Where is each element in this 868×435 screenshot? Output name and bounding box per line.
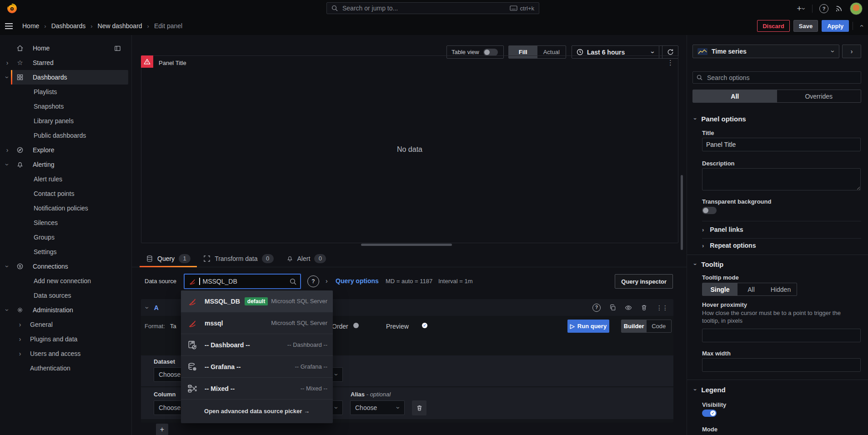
datasource-option-dashboard[interactable]: -- Dashboard -- -- Dashboard -- [181, 334, 333, 356]
tab-overrides[interactable]: Overrides [777, 90, 861, 102]
sidebar-item-data-sources[interactable]: Data sources [0, 288, 131, 303]
sidebar-item-general[interactable]: ›General [0, 317, 131, 332]
hover-proximity-input[interactable] [702, 329, 861, 342]
sidebar-item-notification-policies[interactable]: Notification policies [0, 201, 131, 215]
sidebar-item-alerting[interactable]: › Alerting [0, 157, 131, 172]
delete-query-icon[interactable] [641, 304, 647, 311]
sidebar-item-administration[interactable]: › Administration [0, 303, 131, 317]
dock-navigation-icon[interactable] [114, 45, 121, 52]
datasource-option-grafana[interactable]: -- Grafana -- -- Grafana -- [181, 356, 333, 378]
duplicate-query-icon[interactable] [609, 304, 616, 311]
breadcrumb-home[interactable]: Home [22, 22, 39, 30]
panel-title-input[interactable] [702, 138, 861, 151]
collapse-header-icon[interactable]: › [858, 25, 865, 27]
format-value[interactable]: Ta [170, 323, 176, 330]
panel-options-header[interactable]: › Panel options [694, 115, 746, 123]
builder-option[interactable]: Builder [622, 320, 647, 332]
tab-alert[interactable]: Alert 0 [280, 250, 333, 267]
chevron-right-icon[interactable]: › [4, 147, 11, 153]
save-button[interactable]: Save [793, 20, 818, 32]
drag-handle-icon[interactable]: ⋮⋮ [656, 304, 668, 311]
mode-single[interactable]: Single [702, 283, 738, 295]
discard-button[interactable]: Discard [757, 20, 790, 32]
sidebar-item-settings[interactable]: Settings [0, 245, 131, 259]
menu-toggle-icon[interactable] [5, 23, 13, 30]
tab-transform-data[interactable]: Transform data 0 [197, 250, 280, 267]
mode-hidden[interactable]: Hidden [765, 283, 797, 295]
sidebar-item-library-panels[interactable]: Library panels [0, 114, 131, 128]
visualization-picker[interactable]: Time series › [692, 45, 839, 58]
remove-column-button[interactable] [412, 400, 426, 415]
datasource-picker-input[interactable]: MSSQL_DB [184, 274, 301, 289]
sidebar-item-home[interactable]: Home [0, 41, 131, 55]
scrollbar-thumb[interactable] [681, 175, 683, 250]
options-search-box[interactable] [692, 71, 861, 84]
datasource-option-mssql[interactable]: mssql Microsoft SQL Server [181, 312, 333, 334]
datasource-option-mixed[interactable]: -- Mixed -- -- Mixed -- [181, 378, 333, 400]
search-input[interactable] [341, 4, 506, 12]
query-options-link[interactable]: Query options [336, 277, 379, 285]
sidebar-item-authentication[interactable]: Authentication [0, 361, 131, 375]
chevron-right-icon[interactable]: › [326, 278, 328, 284]
breadcrumb-new-dashboard[interactable]: New dashboard [98, 22, 142, 30]
query-inspector-button[interactable]: Query inspector [615, 274, 673, 289]
resize-handle[interactable] [361, 244, 452, 246]
chevron-down-icon[interactable]: › [144, 306, 151, 309]
run-query-button[interactable]: ▷Run query [567, 320, 609, 333]
chevron-down-icon: › [830, 50, 837, 53]
transparent-background-toggle[interactable] [702, 207, 717, 214]
description-textarea[interactable] [702, 168, 861, 190]
panel-preview[interactable]: Panel Title ⋮ No data [141, 55, 678, 243]
collapse-options-pane-button[interactable]: › [842, 45, 861, 58]
sidebar-item-groups[interactable]: Groups [0, 230, 131, 245]
datasource-option-mssql-db[interactable]: MSSQL_DB default Microsoft SQL Server [181, 290, 333, 312]
tooltip-header[interactable]: › Tooltip [694, 260, 723, 268]
tab-all[interactable]: All [693, 90, 777, 102]
max-width-input[interactable] [702, 358, 861, 372]
datasource-help-icon[interactable]: ? [307, 275, 319, 287]
legend-header[interactable]: › Legend [694, 386, 726, 394]
chevron-down-icon[interactable]: › [4, 306, 10, 314]
add-column-button[interactable]: + [156, 424, 168, 435]
sidebar-item-users-and-access[interactable]: ›Users and access [0, 346, 131, 361]
sidebar-item-starred[interactable]: › ☆Starred [0, 55, 131, 70]
chevron-right-icon[interactable]: › [16, 336, 24, 342]
options-search-input[interactable] [706, 74, 857, 82]
open-advanced-picker-link[interactable]: Open advanced data source picker → [181, 400, 333, 423]
sidebar-item-add-new-connection[interactable]: Add new connection [0, 274, 131, 288]
apply-button[interactable]: Apply [822, 20, 849, 32]
legend-visibility-toggle[interactable]: ✓ [702, 410, 717, 417]
sidebar-item-contact-points[interactable]: Contact points [0, 186, 131, 201]
query-help-icon[interactable]: ? [592, 304, 601, 312]
chevron-right-icon[interactable]: › [4, 60, 11, 66]
grafana-logo-icon[interactable] [6, 3, 18, 14]
sidebar-item-playlists[interactable]: Playlists [0, 85, 131, 99]
sidebar-item-dashboards[interactable]: › Dashboards [0, 70, 131, 85]
chevron-down-icon[interactable]: › [4, 263, 10, 270]
chevron-down-icon[interactable]: › [4, 74, 10, 81]
sidebar-item-plugins-and-data[interactable]: ›Plugins and data [0, 332, 131, 346]
sidebar-item-snapshots[interactable]: Snapshots [0, 99, 131, 114]
tab-query[interactable]: Query 1 [140, 250, 197, 267]
news-rss-icon[interactable] [835, 5, 843, 12]
repeat-options-row[interactable]: › Repeat options [702, 242, 756, 249]
sidebar-item-alert-rules[interactable]: Alert rules [0, 172, 131, 186]
help-icon[interactable]: ? [819, 4, 828, 13]
code-option[interactable]: Code [647, 320, 672, 332]
breadcrumb-dashboards[interactable]: Dashboards [51, 22, 86, 30]
sidebar-item-silences[interactable]: Silences [0, 215, 131, 230]
panel-links-row[interactable]: › Panel links [702, 226, 743, 233]
global-search-box[interactable]: ctrl+k [326, 2, 539, 14]
hide-query-icon[interactable] [625, 304, 632, 311]
table-view-toggle[interactable] [483, 49, 498, 56]
alias-select[interactable]: Choose › [350, 400, 405, 415]
sidebar-item-explore[interactable]: › Explore [0, 143, 131, 157]
chevron-down-icon[interactable]: › [4, 161, 10, 168]
sidebar-item-connections[interactable]: › Connections [0, 259, 131, 274]
chevron-right-icon[interactable]: › [16, 321, 24, 328]
sidebar-item-public-dashboards[interactable]: Public dashboards [0, 128, 131, 143]
user-avatar[interactable] [850, 2, 863, 15]
mode-all[interactable]: All [738, 283, 765, 295]
new-menu-button[interactable]: + › [797, 4, 805, 13]
chevron-right-icon[interactable]: › [16, 350, 24, 357]
